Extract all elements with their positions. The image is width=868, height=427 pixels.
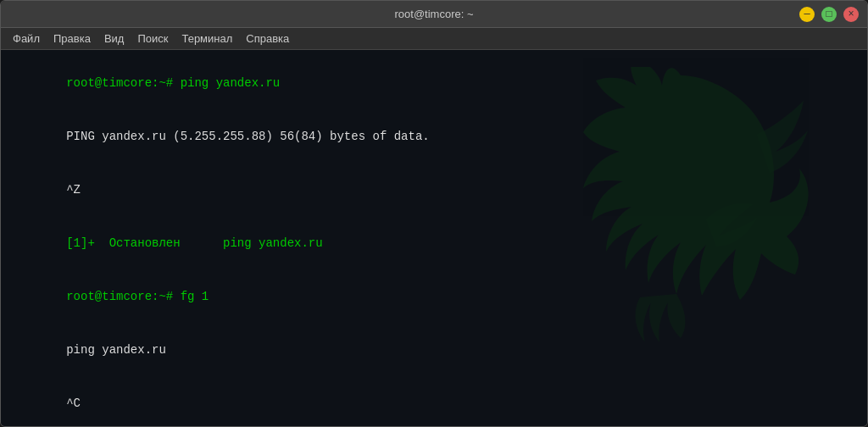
- cmd-2: fg 1: [181, 290, 209, 303]
- line-3: ^Z: [9, 164, 859, 217]
- menu-terminal[interactable]: Терминал: [175, 30, 239, 47]
- menu-edit[interactable]: Правка: [47, 30, 97, 47]
- menu-search[interactable]: Поиск: [131, 30, 175, 47]
- window-title: root@timcore: ~: [394, 8, 473, 20]
- menu-help[interactable]: Справка: [239, 30, 296, 47]
- minimize-button[interactable]: —: [799, 7, 815, 22]
- line-7: ^C: [9, 377, 859, 426]
- line-2: PING yandex.ru (5.255.255.88) 56(84) byt…: [9, 110, 859, 164]
- terminal-body[interactable]: root@timcore:~# ping yandex.ru PING yand…: [1, 50, 867, 426]
- prompt-2: root@timcore:~#: [66, 290, 180, 303]
- line-5: root@timcore:~# fg 1: [9, 270, 859, 324]
- menu-file[interactable]: Файл: [6, 30, 47, 47]
- maximize-button[interactable]: □: [821, 7, 837, 22]
- cmd-1: ping yandex.ru: [181, 76, 281, 90]
- line-6: ping yandex.ru: [9, 324, 859, 377]
- close-button[interactable]: ×: [843, 7, 859, 22]
- prompt-1: root@timcore:~#: [66, 76, 180, 90]
- line-4: [1]+ Остановлен ping yandex.ru: [9, 217, 859, 270]
- menubar: Файл Правка Вид Поиск Терминал Справка: [1, 28, 867, 50]
- titlebar: root@timcore: ~ — □ ×: [1, 1, 867, 28]
- window-controls: — □ ×: [799, 7, 859, 22]
- terminal-content: root@timcore:~# ping yandex.ru PING yand…: [9, 57, 859, 426]
- terminal-window: root@timcore: ~ — □ × Файл Правка Вид По…: [0, 0, 868, 427]
- menu-view[interactable]: Вид: [97, 30, 131, 47]
- line-1: root@timcore:~# ping yandex.ru: [9, 57, 859, 110]
